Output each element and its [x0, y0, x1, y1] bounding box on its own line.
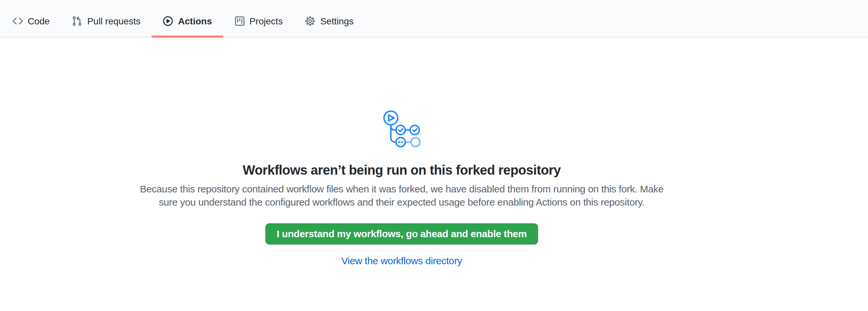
- actions-disabled-blankslate: Workflows aren’t being run on this forke…: [0, 37, 803, 268]
- tab-actions[interactable]: Actions: [152, 5, 223, 37]
- tab-code[interactable]: Code: [1, 5, 61, 37]
- description-line-2: sure you understand the configured workf…: [159, 196, 644, 208]
- git-pull-request-icon: [72, 15, 83, 26]
- tab-projects[interactable]: Projects: [223, 5, 294, 37]
- code-icon: [12, 15, 23, 26]
- play-circle-icon: [163, 15, 174, 26]
- github-actions-page: CodePull requestsActionsProjectsSettings…: [0, 0, 868, 311]
- description-line-1: Because this repository contained workfl…: [140, 183, 663, 194]
- enable-workflows-button[interactable]: I understand my workflows, go ahead and …: [266, 223, 538, 244]
- tab-label: Code: [28, 14, 50, 27]
- tab-label: Pull requests: [87, 14, 141, 27]
- project-board-icon: [235, 15, 245, 26]
- blankslate-description: Because this repository contained workfl…: [0, 183, 803, 209]
- link-row: View the workflows directory: [0, 254, 803, 268]
- tab-label: Actions: [178, 14, 212, 27]
- repo-tab-bar: CodePull requestsActionsProjectsSettings: [0, 0, 868, 37]
- workflow-graph-icon: [383, 110, 421, 148]
- tab-settings[interactable]: Settings: [294, 5, 365, 37]
- tab-label: Projects: [250, 14, 283, 27]
- gear-icon: [305, 15, 316, 26]
- tab-label: Settings: [320, 14, 354, 27]
- workflows-directory-link[interactable]: View the workflows directory: [341, 255, 462, 266]
- page-title: Workflows aren’t being run on this forke…: [0, 160, 803, 180]
- tab-pull-requests[interactable]: Pull requests: [61, 5, 152, 37]
